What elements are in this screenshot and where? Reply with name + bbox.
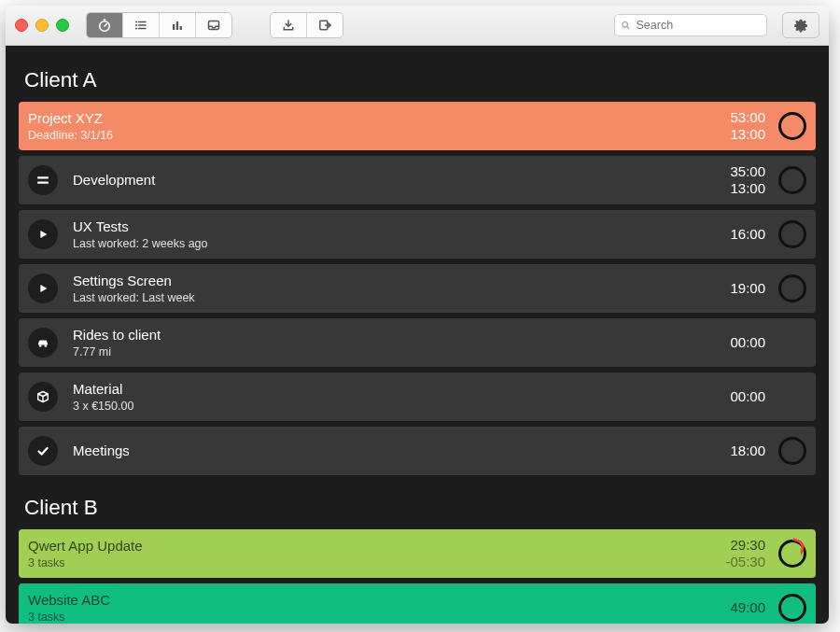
row-title: Qwert App Update (28, 538, 143, 555)
row-title: Meetings (73, 442, 130, 459)
row-time-secondary: 13:00 (730, 180, 765, 197)
row-icon (28, 219, 58, 249)
row-icon (28, 165, 58, 195)
import-button[interactable] (271, 13, 307, 37)
stopwatch-icon (97, 18, 112, 33)
row-time-primary: 35:00 (730, 163, 765, 180)
development-row[interactable]: Development 35:00 13:00 (19, 156, 816, 204)
row-subtitle: Last worked: 2 weeks ago (73, 237, 208, 251)
row-labels: Website ABC 3 tasks (28, 592, 110, 625)
search-field[interactable] (614, 14, 767, 36)
app-window: Client A Project XYZ Deadline: 3/1/16 53… (6, 6, 829, 624)
start-timer-button[interactable] (778, 437, 806, 465)
download-icon (281, 18, 296, 33)
website-row[interactable]: Website ABC 3 tasks 49:00 (19, 583, 816, 624)
play-icon (36, 228, 49, 241)
svg-rect-16 (37, 176, 49, 178)
row-title: Rides to client (73, 327, 161, 344)
rides-row[interactable]: Rides to client 7.77 mi 00:00 (19, 318, 816, 367)
svg-rect-9 (173, 24, 175, 30)
row-icon (28, 436, 58, 466)
row-labels: Settings Screen Last worked: Last week (73, 273, 195, 305)
row-subtitle: 7.77 mi (73, 345, 161, 359)
list-icon (133, 18, 148, 33)
svg-rect-10 (176, 21, 178, 30)
view-tracking-tab[interactable] (87, 13, 123, 37)
view-mode-segmented (86, 12, 232, 38)
view-reports-tab[interactable] (160, 13, 196, 37)
row-time-primary: 49:00 (730, 599, 765, 616)
start-timer-button[interactable] (778, 166, 806, 194)
qwert-row[interactable]: Qwert App Update 3 tasks 29:30 -05:30 (19, 529, 816, 578)
export-button[interactable] (307, 13, 343, 37)
row-title: Website ABC (28, 592, 110, 609)
play-icon (36, 282, 49, 295)
row-icon (28, 274, 58, 303)
start-timer-button[interactable] (778, 112, 806, 140)
titlebar (6, 6, 829, 46)
gear-icon (793, 18, 808, 33)
window-controls (15, 19, 69, 32)
svg-line-2 (105, 24, 106, 27)
start-timer-button[interactable] (778, 274, 806, 302)
row-times: 49:00 (730, 599, 765, 616)
svg-point-18 (39, 344, 42, 347)
content-area: Client A Project XYZ Deadline: 3/1/16 53… (6, 46, 829, 624)
project-xyz-row[interactable]: Project XYZ Deadline: 3/1/16 53:00 13:00 (19, 102, 816, 150)
svg-point-14 (623, 22, 628, 28)
svg-point-7 (135, 24, 137, 26)
row-title: Project XYZ (28, 110, 113, 127)
start-timer-button[interactable] (778, 594, 806, 622)
row-labels: Meetings (73, 442, 130, 459)
row-icon (28, 382, 58, 412)
settings-button[interactable] (782, 12, 819, 38)
io-segmented (270, 12, 343, 38)
meetings-row[interactable]: Meetings 18:00 (19, 427, 816, 475)
svg-point-8 (135, 28, 137, 30)
row-title: Settings Screen (73, 273, 195, 289)
start-timer-button[interactable] (778, 220, 806, 248)
row-time-primary: 00:00 (730, 334, 765, 351)
close-window-button[interactable] (15, 19, 28, 32)
row-time-secondary: 13:00 (730, 126, 765, 143)
ux-tests-row[interactable]: UX Tests Last worked: 2 weeks ago 16:00 (19, 210, 816, 259)
row-time-primary: 16:00 (730, 226, 765, 243)
box-icon (35, 389, 50, 404)
svg-point-19 (45, 344, 48, 347)
row-time-primary: 53:00 (730, 109, 765, 126)
svg-line-15 (627, 27, 629, 29)
minimize-window-button[interactable] (35, 19, 49, 32)
row-title: Development (73, 172, 155, 189)
bar-chart-icon (170, 18, 185, 33)
section-header-client-a: Client A (24, 68, 810, 92)
row-time-primary: 29:30 (730, 537, 765, 554)
inbox-icon (206, 18, 221, 33)
search-input[interactable] (635, 18, 761, 33)
row-labels: Project XYZ Deadline: 3/1/16 (28, 110, 113, 143)
view-list-tab[interactable] (123, 13, 160, 37)
svg-rect-11 (180, 26, 182, 30)
row-times: 18:00 (730, 442, 765, 459)
row-subtitle: Last worked: Last week (73, 291, 195, 305)
start-timer-button[interactable] (778, 540, 806, 568)
material-row[interactable]: Material 3 x €150.00 00:00 (19, 372, 816, 421)
row-times: 00:00 (730, 334, 765, 351)
row-times: 29:30 -05:30 (725, 537, 765, 570)
svg-rect-1 (104, 19, 106, 21)
row-subtitle: Deadline: 3/1/16 (28, 129, 113, 143)
check-icon (35, 443, 50, 458)
search-icon (621, 20, 631, 31)
row-labels: UX Tests Last worked: 2 weeks ago (73, 218, 208, 251)
row-time-secondary: -05:30 (725, 554, 765, 570)
row-times: 00:00 (730, 388, 765, 405)
svg-point-6 (135, 21, 137, 23)
row-subtitle: 3 tasks (28, 611, 110, 625)
row-title: UX Tests (73, 218, 208, 235)
zoom-window-button[interactable] (56, 19, 69, 32)
row-subtitle: 3 tasks (28, 556, 143, 570)
row-time-primary: 19:00 (730, 280, 765, 297)
view-inbox-tab[interactable] (196, 13, 231, 37)
row-icon (28, 328, 58, 358)
settings-screen-row[interactable]: Settings Screen Last worked: Last week 1… (19, 264, 816, 313)
row-times: 16:00 (730, 226, 765, 243)
